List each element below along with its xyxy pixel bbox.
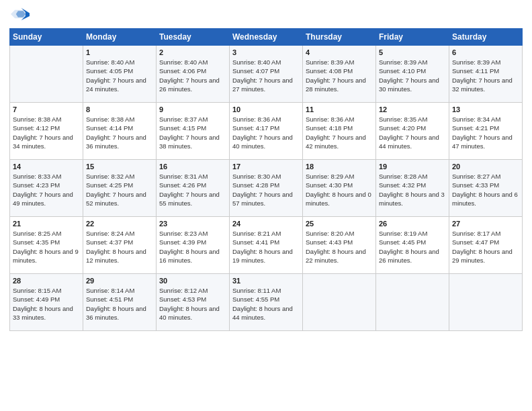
cell-info: Sunrise: 8:35 AMSunset: 4:20 PMDaylight:… [379, 115, 446, 150]
calendar-cell: 23Sunrise: 8:23 AMSunset: 4:39 PMDayligh… [157, 217, 230, 274]
calendar-cell: 21Sunrise: 8:25 AMSunset: 4:35 PMDayligh… [10, 217, 83, 274]
calendar-cell: 30Sunrise: 8:12 AMSunset: 4:53 PMDayligh… [157, 274, 230, 331]
day-number: 24 [232, 220, 300, 228]
calendar-cell: 17Sunrise: 8:30 AMSunset: 4:28 PMDayligh… [230, 160, 303, 217]
calendar-cell: 29Sunrise: 8:14 AMSunset: 4:51 PMDayligh… [83, 274, 157, 331]
header-wednesday: Wednesday [230, 29, 303, 46]
cell-info: Sunrise: 8:39 AMSunset: 4:08 PMDaylight:… [306, 58, 373, 93]
calendar-cell: 31Sunrise: 8:11 AMSunset: 4:55 PMDayligh… [230, 274, 303, 331]
day-number: 2 [159, 48, 226, 56]
cell-info: Sunrise: 8:39 AMSunset: 4:10 PMDaylight:… [379, 58, 446, 93]
week-row-3: 14Sunrise: 8:33 AMSunset: 4:23 PMDayligh… [10, 160, 523, 217]
day-number: 12 [379, 105, 446, 113]
cell-info: Sunrise: 8:36 AMSunset: 4:18 PMDaylight:… [306, 115, 373, 150]
logo-icon [11, 7, 30, 21]
week-row-4: 21Sunrise: 8:25 AMSunset: 4:35 PMDayligh… [10, 217, 523, 274]
calendar-cell [376, 274, 449, 331]
header-friday: Friday [376, 29, 449, 46]
cell-info: Sunrise: 8:24 AMSunset: 4:37 PMDaylight:… [86, 229, 153, 265]
day-number: 5 [379, 48, 446, 56]
day-number: 13 [452, 105, 519, 113]
cell-info: Sunrise: 8:38 AMSunset: 4:12 PMDaylight:… [13, 115, 80, 150]
header-thursday: Thursday [303, 29, 376, 46]
cell-info: Sunrise: 8:33 AMSunset: 4:23 PMDaylight:… [13, 172, 80, 208]
day-number: 21 [13, 220, 80, 228]
cell-info: Sunrise: 8:15 AMSunset: 4:49 PMDaylight:… [13, 286, 80, 322]
calendar-cell: 3Sunrise: 8:40 AMSunset: 4:07 PMDaylight… [230, 46, 303, 103]
calendar-cell: 14Sunrise: 8:33 AMSunset: 4:23 PMDayligh… [10, 160, 83, 217]
calendar-cell: 6Sunrise: 8:39 AMSunset: 4:11 PMDaylight… [449, 46, 523, 103]
day-number: 17 [232, 163, 300, 171]
header-tuesday: Tuesday [157, 29, 230, 46]
day-number: 29 [86, 277, 153, 285]
calendar-cell: 18Sunrise: 8:29 AMSunset: 4:30 PMDayligh… [303, 160, 376, 217]
cell-info: Sunrise: 8:34 AMSunset: 4:21 PMDaylight:… [452, 115, 519, 150]
calendar-cell: 11Sunrise: 8:36 AMSunset: 4:18 PMDayligh… [303, 103, 376, 160]
header-monday: Monday [83, 29, 157, 46]
day-number: 18 [306, 163, 373, 171]
day-number: 3 [232, 48, 300, 56]
day-number: 7 [13, 105, 80, 113]
calendar-header-row: SundayMondayTuesdayWednesdayThursdayFrid… [10, 29, 523, 46]
cell-info: Sunrise: 8:21 AMSunset: 4:41 PMDaylight:… [232, 229, 300, 265]
day-number: 22 [86, 220, 153, 228]
day-number: 6 [452, 48, 519, 56]
header-sunday: Sunday [10, 29, 83, 46]
day-number: 11 [306, 105, 373, 113]
calendar-cell: 13Sunrise: 8:34 AMSunset: 4:21 PMDayligh… [449, 103, 523, 160]
calendar-cell: 26Sunrise: 8:19 AMSunset: 4:45 PMDayligh… [376, 217, 449, 274]
calendar-table: SundayMondayTuesdayWednesdayThursdayFrid… [9, 28, 523, 331]
logo [9, 7, 30, 24]
calendar-cell: 22Sunrise: 8:24 AMSunset: 4:37 PMDayligh… [83, 217, 157, 274]
day-number: 16 [159, 163, 226, 171]
calendar-cell: 16Sunrise: 8:31 AMSunset: 4:26 PMDayligh… [157, 160, 230, 217]
calendar-cell: 9Sunrise: 8:37 AMSunset: 4:15 PMDaylight… [157, 103, 230, 160]
cell-info: Sunrise: 8:30 AMSunset: 4:28 PMDaylight:… [232, 172, 300, 208]
calendar-cell: 15Sunrise: 8:32 AMSunset: 4:25 PMDayligh… [83, 160, 157, 217]
calendar-cell: 7Sunrise: 8:38 AMSunset: 4:12 PMDaylight… [10, 103, 83, 160]
day-number: 28 [13, 277, 80, 285]
calendar-cell: 4Sunrise: 8:39 AMSunset: 4:08 PMDaylight… [303, 46, 376, 103]
cell-info: Sunrise: 8:37 AMSunset: 4:15 PMDaylight:… [159, 115, 226, 150]
calendar-cell: 5Sunrise: 8:39 AMSunset: 4:10 PMDaylight… [376, 46, 449, 103]
cell-info: Sunrise: 8:28 AMSunset: 4:32 PMDaylight:… [379, 172, 446, 208]
cell-info: Sunrise: 8:40 AMSunset: 4:06 PMDaylight:… [159, 58, 226, 93]
day-number: 15 [86, 163, 153, 171]
cell-info: Sunrise: 8:40 AMSunset: 4:07 PMDaylight:… [232, 58, 300, 93]
calendar-cell: 1Sunrise: 8:40 AMSunset: 4:05 PMDaylight… [83, 46, 157, 103]
calendar-cell: 19Sunrise: 8:28 AMSunset: 4:32 PMDayligh… [376, 160, 449, 217]
cell-info: Sunrise: 8:36 AMSunset: 4:17 PMDaylight:… [232, 115, 300, 150]
calendar-cell [449, 274, 523, 331]
calendar-cell: 20Sunrise: 8:27 AMSunset: 4:33 PMDayligh… [449, 160, 523, 217]
day-number: 20 [452, 163, 519, 171]
cell-info: Sunrise: 8:38 AMSunset: 4:14 PMDaylight:… [86, 115, 153, 150]
cell-info: Sunrise: 8:20 AMSunset: 4:43 PMDaylight:… [306, 229, 373, 265]
cell-info: Sunrise: 8:23 AMSunset: 4:39 PMDaylight:… [159, 229, 226, 265]
day-number: 19 [379, 163, 446, 171]
day-number: 27 [452, 220, 519, 228]
day-number: 4 [306, 48, 373, 56]
week-row-1: 1Sunrise: 8:40 AMSunset: 4:05 PMDaylight… [10, 46, 523, 103]
cell-info: Sunrise: 8:27 AMSunset: 4:33 PMDaylight:… [452, 172, 519, 208]
cell-info: Sunrise: 8:40 AMSunset: 4:05 PMDaylight:… [86, 58, 153, 93]
cell-info: Sunrise: 8:25 AMSunset: 4:35 PMDaylight:… [13, 229, 80, 265]
cell-info: Sunrise: 8:17 AMSunset: 4:47 PMDaylight:… [452, 229, 519, 265]
day-number: 23 [159, 220, 226, 228]
cell-info: Sunrise: 8:32 AMSunset: 4:25 PMDaylight:… [86, 172, 153, 208]
week-row-5: 28Sunrise: 8:15 AMSunset: 4:49 PMDayligh… [10, 274, 523, 331]
calendar-cell: 8Sunrise: 8:38 AMSunset: 4:14 PMDaylight… [83, 103, 157, 160]
calendar-cell [10, 46, 83, 103]
day-number: 30 [159, 277, 226, 285]
calendar-cell: 25Sunrise: 8:20 AMSunset: 4:43 PMDayligh… [303, 217, 376, 274]
cell-info: Sunrise: 8:29 AMSunset: 4:30 PMDaylight:… [306, 172, 373, 208]
cell-info: Sunrise: 8:14 AMSunset: 4:51 PMDaylight:… [86, 286, 153, 322]
header-saturday: Saturday [449, 29, 523, 46]
cell-info: Sunrise: 8:31 AMSunset: 4:26 PMDaylight:… [159, 172, 226, 208]
page-header [9, 7, 523, 24]
cell-info: Sunrise: 8:11 AMSunset: 4:55 PMDaylight:… [232, 286, 300, 322]
cell-info: Sunrise: 8:19 AMSunset: 4:45 PMDaylight:… [379, 229, 446, 265]
day-number: 8 [86, 105, 153, 113]
calendar-cell: 12Sunrise: 8:35 AMSunset: 4:20 PMDayligh… [376, 103, 449, 160]
calendar-cell: 10Sunrise: 8:36 AMSunset: 4:17 PMDayligh… [230, 103, 303, 160]
calendar-cell: 24Sunrise: 8:21 AMSunset: 4:41 PMDayligh… [230, 217, 303, 274]
